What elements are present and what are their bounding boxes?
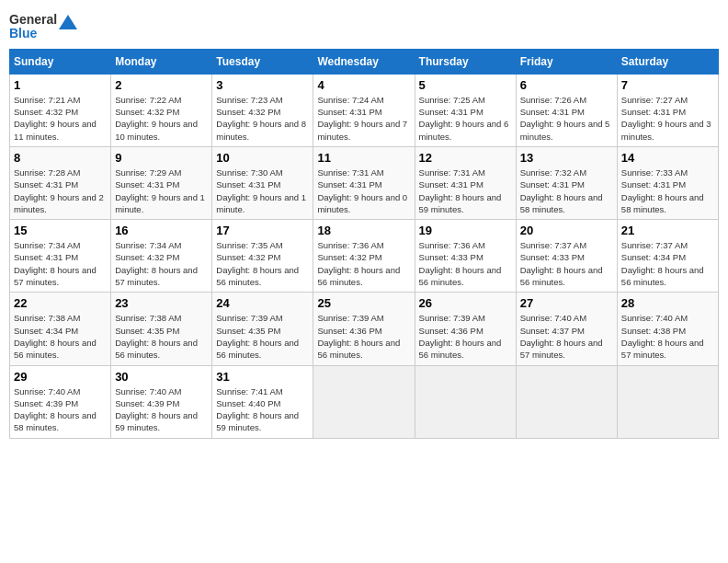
day-number: 3 xyxy=(216,78,309,92)
day-number: 14 xyxy=(621,151,714,165)
calendar-cell: 13Sunrise: 7:32 AMSunset: 4:31 PMDayligh… xyxy=(516,146,617,219)
day-info: Sunrise: 7:39 AMSunset: 4:35 PMDaylight:… xyxy=(216,312,309,361)
day-number: 8 xyxy=(14,151,107,165)
calendar-cell xyxy=(313,365,415,438)
calendar-cell: 17Sunrise: 7:35 AMSunset: 4:32 PMDayligh… xyxy=(212,220,313,293)
day-number: 25 xyxy=(317,296,410,310)
day-info: Sunrise: 7:36 AMSunset: 4:33 PMDaylight:… xyxy=(419,239,512,288)
calendar-week-row: 8Sunrise: 7:28 AMSunset: 4:31 PMDaylight… xyxy=(10,146,719,219)
day-number: 12 xyxy=(419,151,512,165)
calendar-cell: 8Sunrise: 7:28 AMSunset: 4:31 PMDaylight… xyxy=(10,146,111,219)
calendar-cell: 11Sunrise: 7:31 AMSunset: 4:31 PMDayligh… xyxy=(313,146,415,219)
calendar-cell: 15Sunrise: 7:34 AMSunset: 4:31 PMDayligh… xyxy=(10,220,111,293)
day-info: Sunrise: 7:41 AMSunset: 4:40 PMDaylight:… xyxy=(216,385,309,434)
day-number: 10 xyxy=(216,151,309,165)
day-of-week-header: Saturday xyxy=(617,49,718,74)
day-number: 6 xyxy=(520,78,613,92)
svg-marker-0 xyxy=(59,15,77,29)
day-info: Sunrise: 7:29 AMSunset: 4:31 PMDaylight:… xyxy=(115,167,208,215)
day-of-week-header: Tuesday xyxy=(212,49,313,74)
calendar-cell: 5Sunrise: 7:25 AMSunset: 4:31 PMDaylight… xyxy=(415,74,516,146)
day-number: 1 xyxy=(14,78,107,92)
calendar-cell xyxy=(415,365,516,438)
day-info: Sunrise: 7:38 AMSunset: 4:34 PMDaylight:… xyxy=(14,312,107,361)
day-info: Sunrise: 7:21 AMSunset: 4:32 PMDaylight:… xyxy=(14,94,107,143)
calendar-cell: 1Sunrise: 7:21 AMSunset: 4:32 PMDaylight… xyxy=(10,74,111,146)
day-of-week-header: Thursday xyxy=(415,49,516,74)
day-number: 16 xyxy=(115,224,208,237)
day-info: Sunrise: 7:40 AMSunset: 4:38 PMDaylight:… xyxy=(621,312,714,361)
logo-line2: Blue xyxy=(9,27,37,40)
calendar-cell: 31Sunrise: 7:41 AMSunset: 4:40 PMDayligh… xyxy=(212,365,313,438)
day-number: 27 xyxy=(520,296,613,310)
day-info: Sunrise: 7:34 AMSunset: 4:31 PMDaylight:… xyxy=(14,239,107,288)
calendar-cell: 6Sunrise: 7:26 AMSunset: 4:31 PMDaylight… xyxy=(516,74,617,146)
day-number: 26 xyxy=(419,296,512,310)
day-info: Sunrise: 7:22 AMSunset: 4:32 PMDaylight:… xyxy=(115,94,208,143)
day-info: Sunrise: 7:26 AMSunset: 4:31 PMDaylight:… xyxy=(520,94,613,143)
calendar-week-row: 15Sunrise: 7:34 AMSunset: 4:31 PMDayligh… xyxy=(10,220,719,293)
day-number: 2 xyxy=(115,78,208,92)
calendar-header-row: SundayMondayTuesdayWednesdayThursdayFrid… xyxy=(10,49,719,74)
calendar-cell: 16Sunrise: 7:34 AMSunset: 4:32 PMDayligh… xyxy=(111,220,212,293)
calendar-cell: 19Sunrise: 7:36 AMSunset: 4:33 PMDayligh… xyxy=(415,220,516,293)
day-number: 17 xyxy=(216,224,309,237)
day-number: 23 xyxy=(115,296,208,310)
day-info: Sunrise: 7:31 AMSunset: 4:31 PMDaylight:… xyxy=(317,167,410,215)
calendar-cell: 7Sunrise: 7:27 AMSunset: 4:31 PMDaylight… xyxy=(617,74,718,146)
day-info: Sunrise: 7:32 AMSunset: 4:31 PMDaylight:… xyxy=(520,167,613,215)
calendar-cell: 26Sunrise: 7:39 AMSunset: 4:36 PMDayligh… xyxy=(415,293,516,365)
day-number: 11 xyxy=(317,151,410,165)
day-info: Sunrise: 7:39 AMSunset: 4:36 PMDaylight:… xyxy=(317,312,410,361)
calendar-cell: 4Sunrise: 7:24 AMSunset: 4:31 PMDaylight… xyxy=(313,74,415,146)
calendar-cell: 22Sunrise: 7:38 AMSunset: 4:34 PMDayligh… xyxy=(10,293,111,365)
day-number: 13 xyxy=(520,151,613,165)
calendar-cell: 14Sunrise: 7:33 AMSunset: 4:31 PMDayligh… xyxy=(617,146,718,219)
day-number: 29 xyxy=(14,370,107,384)
day-info: Sunrise: 7:40 AMSunset: 4:37 PMDaylight:… xyxy=(520,312,613,361)
day-number: 24 xyxy=(216,296,309,310)
calendar-cell: 18Sunrise: 7:36 AMSunset: 4:32 PMDayligh… xyxy=(313,220,415,293)
day-number: 4 xyxy=(317,78,410,92)
day-of-week-header: Sunday xyxy=(10,49,111,74)
calendar-body: 1Sunrise: 7:21 AMSunset: 4:32 PMDaylight… xyxy=(10,74,719,438)
calendar-cell: 28Sunrise: 7:40 AMSunset: 4:38 PMDayligh… xyxy=(617,293,718,365)
day-number: 9 xyxy=(115,151,208,165)
day-info: Sunrise: 7:23 AMSunset: 4:32 PMDaylight:… xyxy=(216,94,309,143)
logo: General Blue xyxy=(9,13,77,41)
calendar-cell: 10Sunrise: 7:30 AMSunset: 4:31 PMDayligh… xyxy=(212,146,313,219)
day-info: Sunrise: 7:40 AMSunset: 4:39 PMDaylight:… xyxy=(115,385,208,434)
header: General Blue xyxy=(9,9,719,41)
calendar-week-row: 22Sunrise: 7:38 AMSunset: 4:34 PMDayligh… xyxy=(10,293,719,365)
day-of-week-header: Wednesday xyxy=(313,49,415,74)
calendar-cell: 27Sunrise: 7:40 AMSunset: 4:37 PMDayligh… xyxy=(516,293,617,365)
calendar-cell: 20Sunrise: 7:37 AMSunset: 4:33 PMDayligh… xyxy=(516,220,617,293)
day-number: 20 xyxy=(520,224,613,237)
day-info: Sunrise: 7:37 AMSunset: 4:33 PMDaylight:… xyxy=(520,239,613,288)
calendar-cell: 2Sunrise: 7:22 AMSunset: 4:32 PMDaylight… xyxy=(111,74,212,146)
calendar-cell: 25Sunrise: 7:39 AMSunset: 4:36 PMDayligh… xyxy=(313,293,415,365)
day-number: 22 xyxy=(14,296,107,310)
calendar-cell: 24Sunrise: 7:39 AMSunset: 4:35 PMDayligh… xyxy=(212,293,313,365)
day-info: Sunrise: 7:39 AMSunset: 4:36 PMDaylight:… xyxy=(419,312,512,361)
day-info: Sunrise: 7:25 AMSunset: 4:31 PMDaylight:… xyxy=(419,94,512,143)
calendar-cell xyxy=(516,365,617,438)
day-info: Sunrise: 7:30 AMSunset: 4:31 PMDaylight:… xyxy=(216,167,309,215)
day-number: 5 xyxy=(419,78,512,92)
calendar-cell: 3Sunrise: 7:23 AMSunset: 4:32 PMDaylight… xyxy=(212,74,313,146)
calendar-cell: 21Sunrise: 7:37 AMSunset: 4:34 PMDayligh… xyxy=(617,220,718,293)
day-number: 31 xyxy=(216,370,309,384)
calendar-week-row: 29Sunrise: 7:40 AMSunset: 4:39 PMDayligh… xyxy=(10,365,719,438)
day-info: Sunrise: 7:27 AMSunset: 4:31 PMDaylight:… xyxy=(621,94,714,143)
day-number: 28 xyxy=(621,296,714,310)
calendar-cell: 23Sunrise: 7:38 AMSunset: 4:35 PMDayligh… xyxy=(111,293,212,365)
day-info: Sunrise: 7:40 AMSunset: 4:39 PMDaylight:… xyxy=(14,385,107,434)
day-info: Sunrise: 7:28 AMSunset: 4:31 PMDaylight:… xyxy=(14,167,107,215)
day-info: Sunrise: 7:36 AMSunset: 4:32 PMDaylight:… xyxy=(317,239,410,288)
calendar-cell: 29Sunrise: 7:40 AMSunset: 4:39 PMDayligh… xyxy=(10,365,111,438)
day-number: 21 xyxy=(621,224,714,237)
day-info: Sunrise: 7:35 AMSunset: 4:32 PMDaylight:… xyxy=(216,239,309,288)
calendar-week-row: 1Sunrise: 7:21 AMSunset: 4:32 PMDaylight… xyxy=(10,74,719,146)
calendar-cell: 30Sunrise: 7:40 AMSunset: 4:39 PMDayligh… xyxy=(111,365,212,438)
day-info: Sunrise: 7:31 AMSunset: 4:31 PMDaylight:… xyxy=(419,167,512,215)
